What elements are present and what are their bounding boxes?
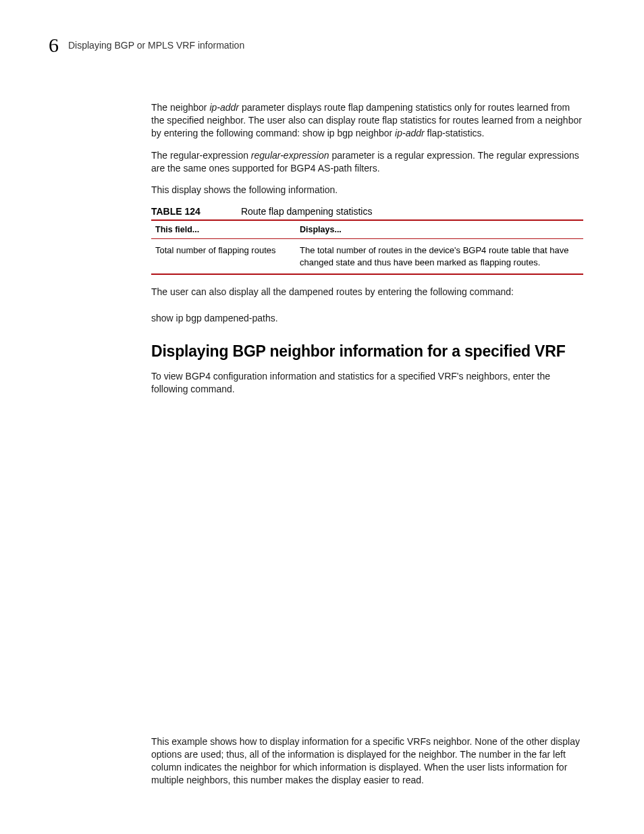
table-head-cell: This field... [151,220,296,239]
table-cell: Total number of flapping routes [151,239,296,275]
table-header-row: TABLE 124 Route flap dampening statistic… [151,206,583,217]
paragraph-5: show ip bgp dampened-paths. [151,312,583,325]
table-row: Total number of flapping routes The tota… [151,239,583,275]
paragraph-7: This example shows how to display inform… [151,735,583,787]
paragraph-3: This display shows the following informa… [151,184,583,197]
chapter-title: Displaying BGP or MPLS VRF information [68,40,244,51]
text: The regular-expression [151,150,251,161]
paragraph-6: To view BGP4 configuration information a… [151,370,583,396]
statistics-table: This field... Displays... Total number o… [151,219,583,275]
page-header: 6 Displaying BGP or MPLS VRF information [49,35,595,55]
page-content: The neighbor ip-addr parameter displays … [151,92,583,796]
italic-text: regular-expression [251,150,329,161]
paragraph-4: The user can also display all the dampen… [151,286,583,298]
paragraph-1: The neighbor ip-addr parameter displays … [151,101,583,140]
italic-text: ip-addr [395,128,425,138]
section-heading: Displaying BGP neighbor information for … [151,342,583,361]
table-head-cell: Displays... [296,220,583,239]
table-caption: Route flap dampening statistics [241,206,373,217]
chapter-number: 6 [49,35,59,55]
content-gap [151,405,583,726]
text: flap-statistics. [425,128,485,138]
italic-text: ip-addr [209,102,239,113]
table-label: TABLE 124 [151,206,200,217]
table-head-row: This field... Displays... [151,220,583,239]
text: The neighbor [151,102,209,113]
table-cell: The total number of routes in the device… [296,239,583,275]
paragraph-2: The regular-expression regular-expressio… [151,149,583,175]
